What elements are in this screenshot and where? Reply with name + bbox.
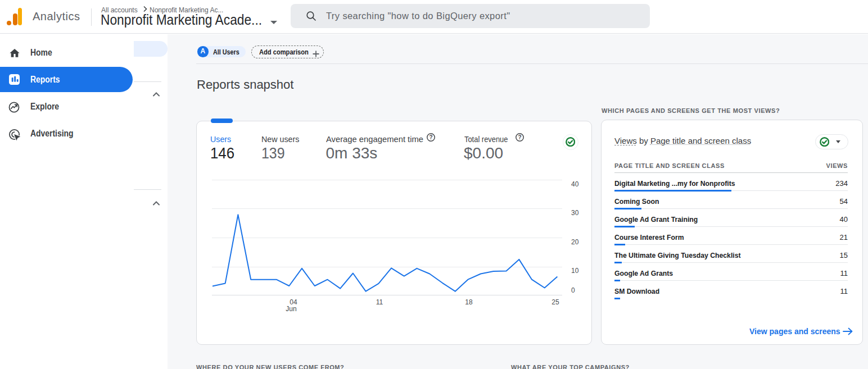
svg-text:40: 40 — [571, 180, 579, 188]
svg-text:11: 11 — [376, 298, 383, 306]
svg-text:0: 0 — [571, 286, 575, 294]
svg-text:25: 25 — [551, 298, 559, 306]
svg-text:10: 10 — [571, 267, 579, 275]
svg-text:20: 20 — [571, 238, 579, 246]
svg-text:18: 18 — [465, 298, 473, 306]
svg-text:30: 30 — [571, 209, 579, 217]
svg-text:Jun: Jun — [286, 305, 296, 313]
